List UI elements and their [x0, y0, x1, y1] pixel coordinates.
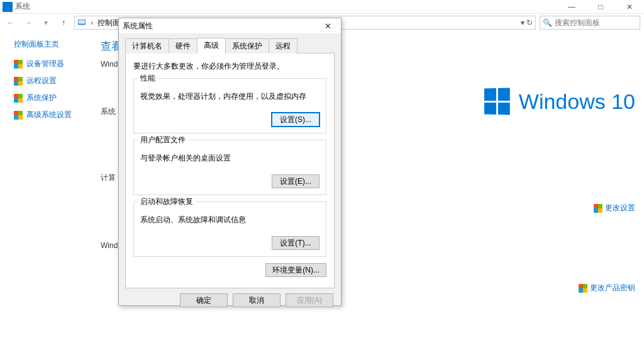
tab-system-protection[interactable]: 系统保护 — [225, 38, 269, 54]
apply-button[interactable]: 应用(A) — [286, 293, 333, 307]
admin-note: 要进行大多数更改，你必须作为管理员登录。 — [133, 61, 326, 72]
user-profiles-settings-button[interactable]: 设置(E)... — [272, 174, 319, 188]
sidebar-item-label: 远程设置 — [26, 76, 57, 86]
shield-icon — [14, 77, 23, 86]
up-button[interactable]: ↑ — [57, 16, 70, 30]
windows-logo-icon — [484, 88, 510, 115]
shield-icon — [14, 94, 23, 103]
sidebar-item-label: 高级系统设置 — [26, 110, 72, 120]
tab-computer-name[interactable]: 计算机名 — [125, 38, 169, 54]
control-panel-home-link[interactable]: 控制面板主页 — [14, 39, 94, 50]
sidebar-item-advanced-system-settings[interactable]: 高级系统设置 — [14, 110, 94, 120]
window-title: 系统 — [15, 1, 557, 12]
dialog-close-button[interactable]: ✕ — [318, 21, 337, 31]
windows-logo-text: Windows 10 — [519, 89, 635, 114]
sidebar-item-label: 设备管理器 — [26, 59, 64, 69]
sidebar-item-device-manager[interactable]: 设备管理器 — [14, 59, 94, 69]
ok-button[interactable]: 确定 — [180, 293, 228, 307]
tab-advanced[interactable]: 高级 — [197, 38, 226, 54]
dialog-title: 系统属性 — [123, 21, 318, 31]
windows-logo: Windows 10 — [484, 88, 635, 115]
close-button[interactable]: ✕ — [615, 0, 644, 14]
back-button[interactable]: ← — [4, 16, 18, 30]
sidebar: 控制面板主页 设备管理器 远程设置 系统保护 高级系统设置 另请参阅 安全性与维… — [0, 31, 101, 345]
change-settings-label: 更改设置 — [605, 203, 635, 213]
tab-remote[interactable]: 远程 — [269, 38, 297, 54]
sidebar-item-system-protection[interactable]: 系统保护 — [14, 93, 94, 103]
tab-hardware[interactable]: 硬件 — [169, 38, 197, 54]
group-user-profiles-title: 用户配置文件 — [138, 135, 188, 145]
group-performance: 性能 视觉效果，处理器计划，内存使用，以及虚拟内存 设置(S)... — [133, 78, 326, 133]
performance-settings-button[interactable]: 设置(S)... — [272, 113, 319, 127]
group-startup-recovery-desc: 系统启动、系统故障和调试信息 — [140, 215, 319, 225]
forward-button[interactable]: → — [21, 16, 35, 30]
search-placeholder: 搜索控制面板 — [555, 18, 600, 28]
group-performance-title: 性能 — [138, 73, 158, 84]
address-dropdown-icon[interactable]: ▾ ↻ — [521, 18, 533, 27]
shield-icon — [14, 111, 23, 120]
group-performance-desc: 视觉效果，处理器计划，内存使用，以及虚拟内存 — [140, 91, 319, 102]
group-user-profiles-desc: 与登录帐户相关的桌面设置 — [140, 153, 319, 164]
change-settings-link[interactable]: 更改设置 — [484, 203, 635, 213]
group-startup-recovery: 启动和故障恢复 系统启动、系统故障和调试信息 设置(T)... — [133, 201, 326, 257]
dialog-footer: 确定 取消 应用(A) — [119, 293, 341, 314]
group-startup-recovery-title: 启动和故障恢复 — [138, 196, 196, 207]
sidebar-item-remote-settings[interactable]: 远程设置 — [14, 76, 94, 86]
shield-icon — [594, 204, 602, 213]
search-box[interactable]: 🔍 搜索控制面板 — [540, 16, 640, 30]
change-product-key-label: 更改产品密钥 — [590, 283, 635, 293]
shield-icon — [579, 284, 587, 293]
change-product-key-link[interactable]: 更改产品密钥 — [484, 283, 635, 293]
dialog-tabstrip: 计算机名 硬件 高级 系统保护 远程 — [125, 37, 335, 54]
recent-locations-button[interactable]: ▾ — [39, 16, 53, 30]
startup-recovery-settings-button[interactable]: 设置(T)... — [272, 236, 319, 250]
shield-icon — [14, 60, 23, 69]
group-user-profiles: 用户配置文件 与登录帐户相关的桌面设置 设置(E)... — [133, 140, 326, 195]
svg-rect-1 — [79, 20, 86, 23]
search-icon: 🔍 — [543, 18, 552, 27]
control-panel-icon — [77, 18, 86, 28]
cancel-button[interactable]: 取消 — [233, 293, 280, 307]
environment-variables-button[interactable]: 环境变量(N)... — [265, 263, 326, 277]
sidebar-item-label: 系统保护 — [26, 93, 57, 103]
minimize-button[interactable]: — — [557, 0, 586, 14]
maximize-button[interactable]: □ — [586, 0, 615, 14]
system-properties-dialog: 系统属性 ✕ 计算机名 硬件 高级 系统保护 远程 要进行大多数更改，你必须作为… — [118, 18, 341, 306]
app-icon — [3, 2, 13, 12]
dialog-tab-body: 要进行大多数更改，你必须作为管理员登录。 性能 视觉效果，处理器计划，内存使用，… — [125, 54, 335, 288]
dialog-titlebar[interactable]: 系统属性 ✕ — [119, 18, 341, 33]
breadcrumb-sep: › — [91, 18, 93, 27]
window-titlebar: 系统 — □ ✕ — [0, 0, 644, 14]
